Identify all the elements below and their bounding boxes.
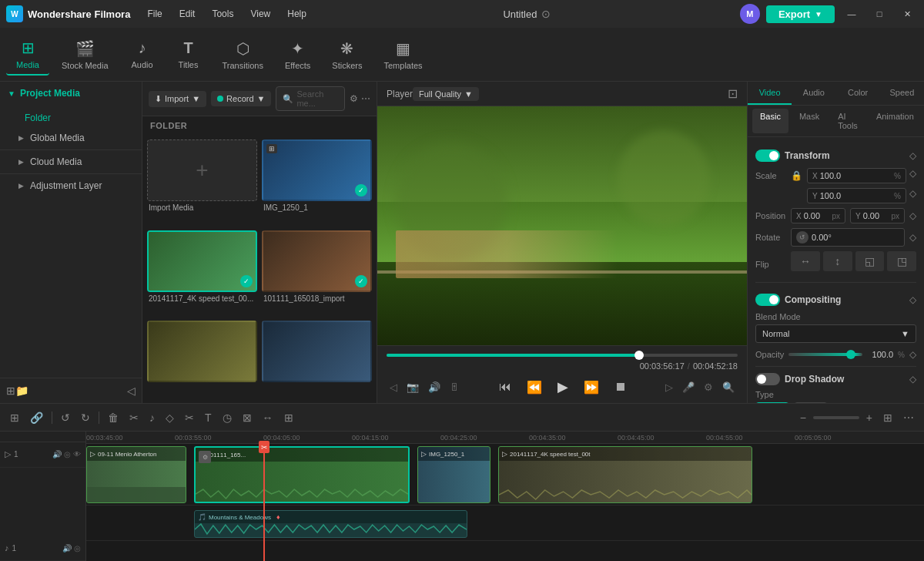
close-button[interactable]: ✕: [896, 5, 918, 22]
menu-tools[interactable]: Tools: [204, 5, 241, 22]
tl-stretch[interactable]: ↔: [259, 409, 277, 426]
tl-split[interactable]: ✂: [181, 409, 198, 426]
add-folder-icon[interactable]: ⊞: [6, 385, 15, 397]
menu-file[interactable]: File: [139, 5, 169, 22]
zoom-out-button[interactable]: −: [796, 409, 810, 426]
flip-3-button[interactable]: ◱: [855, 251, 885, 271]
clip-20141117[interactable]: ▷ 20141117_4K speed test_00t: [498, 446, 752, 503]
menu-help[interactable]: Help: [280, 5, 314, 22]
media-item-5[interactable]: [147, 321, 257, 398]
tool-media[interactable]: ⊞ Media: [6, 34, 49, 76]
media-import-new[interactable]: + Import Media: [147, 139, 257, 226]
flip-h-button[interactable]: ↔: [791, 251, 820, 271]
tl-delete[interactable]: 🗑: [104, 409, 122, 426]
volume-button[interactable]: 🔊: [425, 380, 444, 395]
mark-in-button[interactable]: ◁: [387, 380, 400, 395]
tl-grid[interactable]: ⊞: [879, 409, 896, 426]
folder-icon[interactable]: 📁: [15, 385, 28, 397]
scale-y-keyframe-icon[interactable]: ◇: [909, 188, 916, 203]
media-item-6[interactable]: [262, 321, 372, 398]
split-button[interactable]: ⚙: [701, 380, 716, 395]
snapshot-button[interactable]: 📷: [403, 380, 422, 395]
user-avatar[interactable]: M: [740, 4, 760, 24]
media-item-20141117[interactable]: ✓ 20141117_4K speed test_00...: [147, 230, 257, 317]
position-x-field[interactable]: X 0.00 px: [791, 208, 845, 223]
tool-transitions[interactable]: ⬡ Transitions: [213, 35, 273, 75]
skip-back-button[interactable]: ⏮: [494, 378, 516, 395]
subtab-basic[interactable]: Basic: [752, 109, 788, 133]
tl-redo[interactable]: ↻: [77, 409, 94, 426]
rotate-keyframe-icon[interactable]: ◇: [909, 232, 916, 243]
zoom-in-button[interactable]: +: [862, 409, 876, 426]
media-thumb-20141117[interactable]: ✓: [147, 230, 257, 292]
tool-templates[interactable]: ▦ Templates: [374, 35, 431, 75]
opacity-handle[interactable]: [846, 350, 855, 359]
transform-keyframe-icon[interactable]: ◇: [909, 150, 916, 161]
frame-forward-button[interactable]: ⏩: [579, 378, 604, 396]
zoom-slider[interactable]: [813, 416, 859, 419]
clip-menlo[interactable]: ▷ 09-11 Menlo Atherton: [86, 446, 186, 503]
media-thumb-101111[interactable]: ✓: [262, 230, 372, 292]
scale-x-field[interactable]: X 100.0 %: [807, 168, 906, 183]
sidebar-item-global-media[interactable]: ▶ Global Media: [0, 128, 142, 148]
tab-video[interactable]: Video: [748, 82, 792, 105]
tl-more[interactable]: ⊞: [280, 409, 297, 426]
blend-mode-select[interactable]: Normal ▼: [755, 324, 916, 343]
video-track-volume[interactable]: 🔊: [52, 450, 62, 459]
tl-audio[interactable]: ♪: [146, 409, 159, 426]
play-button[interactable]: ▶: [553, 377, 573, 397]
media-thumb-5[interactable]: [147, 321, 257, 382]
quality-select[interactable]: Full Quality ▼: [413, 87, 479, 101]
compositing-keyframe-icon[interactable]: ◇: [909, 294, 916, 305]
sidebar-item-cloud-media[interactable]: ▶ Cloud Media: [0, 152, 142, 172]
media-thumb-6[interactable]: [262, 321, 372, 382]
media-item-img1250[interactable]: ✓ ⊞ IMG_1250_1: [262, 139, 372, 226]
tab-speed[interactable]: Speed: [880, 82, 924, 105]
zoom-in-button[interactable]: 🔍: [719, 380, 738, 395]
audio-track-volume[interactable]: 🔊: [62, 544, 72, 553]
compositing-toggle[interactable]: [755, 294, 780, 306]
more-icon[interactable]: ⋯: [361, 93, 370, 104]
record-button[interactable]: Record ▼: [211, 91, 271, 106]
project-media-toggle[interactable]: ▼: [8, 89, 15, 98]
sidebar-item-folder[interactable]: Folder: [0, 108, 142, 128]
tl-timer[interactable]: ◷: [219, 409, 236, 426]
media-item-101111[interactable]: ✓ 101111_165018_import: [262, 230, 372, 317]
video-track-visibility[interactable]: 👁: [73, 450, 81, 459]
tl-options[interactable]: ⋯: [899, 409, 918, 426]
subtab-mask[interactable]: Mask: [792, 109, 827, 133]
scale-x-keyframe-icon[interactable]: ◇: [909, 168, 916, 183]
voiceover-button[interactable]: 🎤: [679, 380, 698, 395]
import-button[interactable]: ⬇ Import ▼: [149, 91, 206, 107]
sidebar-item-adjustment-layer[interactable]: ▶ Adjustment Layer: [0, 176, 142, 196]
menu-view[interactable]: View: [243, 5, 278, 22]
clip-settings-icon[interactable]: ⚙: [199, 451, 211, 463]
tl-undo[interactable]: ↺: [57, 409, 74, 426]
position-keyframe-icon[interactable]: ◇: [909, 210, 916, 221]
audio-meter-button[interactable]: 🎚: [447, 380, 463, 395]
flip-4-button[interactable]: ◳: [887, 251, 916, 271]
menu-edit[interactable]: Edit: [172, 5, 203, 22]
mark-out-button[interactable]: ▷: [662, 380, 676, 395]
drop-shadow-keyframe-icon[interactable]: ◇: [909, 374, 916, 385]
tl-ripple[interactable]: ◇: [162, 409, 178, 426]
filter-icon[interactable]: ⚙: [350, 93, 358, 104]
media-thumb-img1250[interactable]: ✓ ⊞: [262, 139, 372, 201]
subtab-ai-tools[interactable]: AI Tools: [830, 109, 865, 133]
maximize-button[interactable]: □: [869, 5, 890, 22]
opacity-slider[interactable]: [788, 353, 862, 356]
flip-v-button[interactable]: ↕: [823, 251, 852, 271]
audio-track-mute[interactable]: ◎: [74, 544, 81, 553]
export-button[interactable]: Export ▼: [766, 5, 835, 23]
drop-shadow-toggle[interactable]: [755, 373, 780, 385]
video-track-mute[interactable]: ◎: [64, 450, 71, 459]
minimize-button[interactable]: —: [841, 5, 862, 22]
tool-stock-media[interactable]: 🎬 Stock Media: [52, 35, 118, 75]
tab-audio[interactable]: Audio: [792, 82, 835, 105]
progress-handle[interactable]: [634, 351, 644, 360]
position-y-field[interactable]: Y 0.00 px: [850, 208, 905, 223]
tl-add-track[interactable]: ⊞: [6, 409, 23, 426]
tool-effects[interactable]: ✦ Effects: [276, 35, 320, 75]
tl-link[interactable]: 🔗: [26, 409, 47, 426]
clip-img1250[interactable]: ▷ IMG_1250_1: [417, 446, 490, 503]
